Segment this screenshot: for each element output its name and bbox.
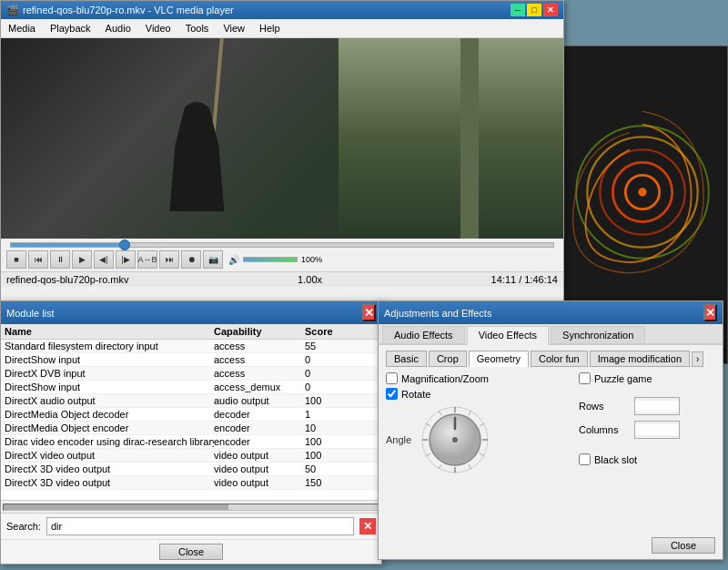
row-capability: audio output [214,395,305,406]
table-row[interactable]: DirectX 3D video output video output 150 [1,476,381,490]
next-button[interactable]: ⏭ [159,250,179,269]
vlc-menu-bar: Media Playback Audio Video Tools View He… [1,19,563,38]
black-slot-label: Black slot [594,454,637,465]
ve-tab-crop[interactable]: Crop [429,351,467,367]
status-time: 14:11 / 1:46:14 [491,274,558,285]
row-score: 100 [305,436,359,447]
menu-view[interactable]: View [219,21,248,36]
row-name: DirectX audio output [5,395,214,406]
row-capability: video output [214,463,305,474]
table-row[interactable]: DirectX audio output audio output 100 [1,394,381,408]
col-capability-header: Capability [214,326,305,337]
table-row[interactable]: Standard filesystem directory input acce… [1,340,381,353]
maximize-button[interactable]: □ [527,4,541,16]
col-score-header: Score [305,326,359,337]
progress-track[interactable] [10,242,554,248]
volume-bar[interactable] [243,257,298,262]
effects-close-button[interactable]: Close [652,537,715,554]
pause-button[interactable]: ⏸ [50,250,70,269]
magnification-row: Magnification/Zoom [386,372,568,384]
menu-media[interactable]: Media [5,21,39,36]
magnification-checkbox[interactable] [386,372,398,384]
video-display[interactable] [1,38,563,239]
rows-value[interactable] [635,401,680,412]
table-row[interactable]: DirectX 3D video output video output 50 [1,463,381,476]
menu-playback[interactable]: Playback [46,21,95,36]
menu-audio[interactable]: Audio [102,21,135,36]
tab-audio-effects[interactable]: Audio Effects [382,326,465,343]
close-window-button[interactable]: ✕ [543,4,558,16]
angle-control: Angle [386,403,568,476]
rotate-checkbox[interactable] [386,388,398,400]
module-list-window: Module list ✕ Name Capability Score Stan… [0,300,382,565]
prev-button[interactable]: ⏮ [28,250,48,269]
rows-control: Rows ▲ ▼ [579,397,715,415]
row-capability: encoder [214,436,305,447]
ve-tab-geometry[interactable]: Geometry [469,351,529,367]
black-slot-checkbox[interactable] [579,453,591,465]
angle-knob-svg[interactable] [419,403,491,476]
puzzle-checkbox[interactable] [579,372,591,384]
knob-container[interactable] [419,403,491,476]
minimize-button[interactable]: ─ [511,4,525,16]
module-table-body: Standard filesystem directory input acce… [1,340,381,500]
row-score: 0 [305,382,359,392]
row-score: 0 [305,354,359,365]
frame-fwd[interactable]: |▶ [116,250,136,269]
search-input[interactable] [46,517,354,535]
hscroll-track[interactable] [3,504,379,511]
menu-tools[interactable]: Tools [182,21,213,36]
row-capability: access_demux [214,382,305,392]
ve-tab-image-modification[interactable]: Image modification [590,351,690,367]
volume-percent: 100% [301,255,322,264]
table-row[interactable]: DirectX video output video output 100 [1,449,381,463]
row-name: DirectShow input [5,382,214,392]
vlc-title-text: 🎬 refined-qos-blu720p-ro.mkv - VLC media… [6,5,234,16]
effects-close-x-button[interactable]: ✕ [703,304,717,321]
menu-video[interactable]: Video [142,21,175,36]
table-row[interactable]: DirectX DVB input access 0 [1,367,381,381]
row-capability: access [214,341,305,351]
module-table: Name Capability Score Standard filesyste… [1,324,381,500]
magnification-label: Magnification/Zoom [401,373,489,384]
tab-synchronization[interactable]: Synchronization [551,326,645,343]
table-row[interactable]: DirectMedia Object encoder encoder 10 [1,422,381,435]
search-clear-button[interactable]: ✕ [359,518,376,534]
puzzle-label: Puzzle game [594,373,652,384]
ve-tab-basic[interactable]: Basic [386,351,427,367]
ve-tab-color-fun[interactable]: Color fun [531,351,588,367]
menu-help[interactable]: Help [256,21,284,36]
tab-video-effects[interactable]: Video Effects [467,326,549,345]
table-row[interactable]: DirectShow input access_demux 0 [1,381,381,394]
ab-loop[interactable]: A↔B [137,250,157,269]
row-capability: access [214,354,305,365]
columns-value[interactable] [635,424,680,435]
snapshot-button[interactable]: 📷 [203,250,223,269]
table-row[interactable]: DirectShow input access 0 [1,353,381,367]
vlc-controls: ■ ⏮ ⏸ ▶ ◀| |▶ A↔B ⏭ ⏺ 📷 🔊 100% [1,239,563,271]
row-score: 50 [305,463,359,474]
col-name-header: Name [5,326,214,337]
hscroll-thumb[interactable] [4,504,228,510]
play-button[interactable]: ▶ [72,250,92,269]
table-row[interactable]: Dirac video encoder using dirac-research… [1,435,381,449]
vlc-title-label: refined-qos-blu720p-ro.mkv - VLC media p… [23,5,234,15]
columns-spinner[interactable]: ▲ ▼ [634,421,680,439]
rows-spinner[interactable]: ▲ ▼ [634,397,680,415]
stop-button[interactable]: ■ [6,250,26,269]
volume-icon: 🔊 [228,255,239,265]
row-capability: decoder [214,409,305,420]
record-button[interactable]: ⏺ [181,250,201,269]
row-name: Standard filesystem directory input [5,341,214,351]
frame-back[interactable]: ◀| [94,250,114,269]
video-background [339,38,563,239]
table-row[interactable]: DirectMedia Object decoder decoder 1 [1,408,381,422]
module-close-x-button[interactable]: ✕ [362,304,376,321]
volume-fill [244,258,297,261]
ve-tab-more[interactable]: › [692,351,703,367]
status-filename: refined-qos-blu720p-ro.mkv [6,274,129,285]
effects-title-bar: Adjustments and Effects ✕ [379,301,723,324]
horizontal-scrollbar[interactable] [1,500,381,513]
module-close-button[interactable]: Close [159,544,223,560]
row-score: 0 [305,368,359,379]
